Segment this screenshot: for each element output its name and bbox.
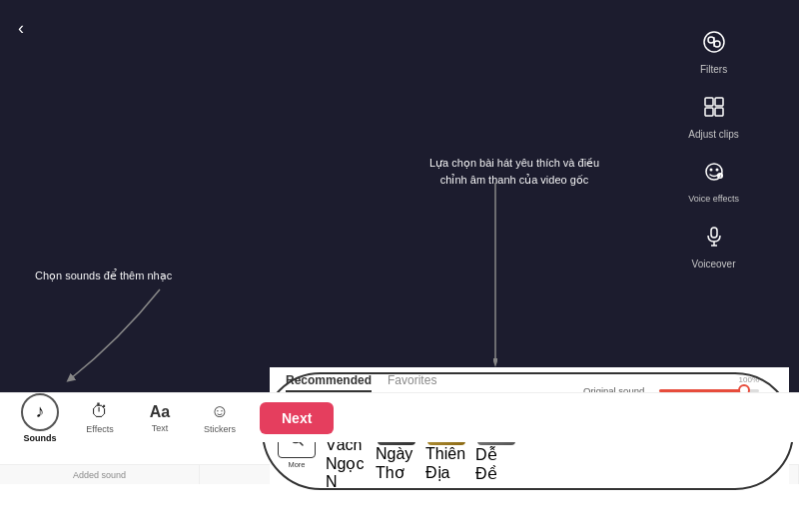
svg-point-9 bbox=[709, 169, 712, 172]
svg-rect-6 bbox=[705, 108, 713, 116]
sounds-label: Sounds bbox=[24, 433, 57, 443]
stickers-icon: ☺ bbox=[211, 401, 229, 422]
filters-icon bbox=[702, 30, 726, 60]
filters-label: Filters bbox=[700, 64, 727, 75]
toolbar-item-voice[interactable]: ♪ Voice effects bbox=[688, 160, 739, 205]
adjust-icon bbox=[702, 95, 726, 125]
voice-effects-icon: ♪ bbox=[702, 160, 726, 190]
music-more-label: More bbox=[288, 460, 305, 469]
svg-rect-13 bbox=[711, 228, 717, 238]
toolbar-item-adjust[interactable]: Adjust clips bbox=[688, 95, 739, 140]
adjust-label: Adjust clips bbox=[688, 129, 739, 140]
effects-icon: ⏱ bbox=[91, 401, 109, 422]
music-title-3: Thiên Địa bbox=[425, 445, 467, 482]
text-label: Text bbox=[152, 423, 169, 433]
annotation-arrow-2 bbox=[493, 183, 497, 367]
nav-text[interactable]: Aa Text bbox=[130, 403, 190, 433]
voiceover-label: Voiceover bbox=[692, 259, 736, 269]
bottom-panel: Recommended Favorites More bbox=[0, 392, 799, 532]
tab-recommended[interactable]: Recommended bbox=[286, 373, 372, 392]
svg-rect-5 bbox=[715, 98, 723, 106]
svg-rect-7 bbox=[715, 108, 723, 116]
stickers-label: Stickers bbox=[204, 424, 236, 434]
voice-effects-label: Voice effects bbox=[688, 194, 739, 205]
bottom-nav: ♪ Sounds ⏱ Effects Aa Text ☺ Stickers Ne… bbox=[0, 392, 799, 442]
sounds-icon: ♪ bbox=[36, 401, 45, 422]
back-button[interactable]: ‹ bbox=[18, 18, 24, 39]
right-toolbar: Filters Adjust clips bbox=[688, 30, 739, 269]
tab-favorites[interactable]: Favorites bbox=[388, 373, 436, 392]
annotation-volume: Lựa chọn bài hát yêu thích và điều chỉnh… bbox=[429, 155, 599, 188]
svg-point-1 bbox=[708, 37, 714, 43]
music-title-2: Ngày Thơ bbox=[376, 445, 417, 482]
svg-line-19 bbox=[300, 442, 304, 446]
sounds-circle: ♪ bbox=[21, 393, 59, 431]
annotation-arrow-1 bbox=[30, 279, 230, 399]
original-pct: 100% bbox=[583, 375, 759, 384]
svg-point-10 bbox=[715, 169, 718, 172]
music-title-1: Vách Ngọc N bbox=[326, 436, 368, 491]
toolbar-item-voiceover[interactable]: Voiceover bbox=[692, 225, 736, 269]
app-container: ‹ Filters bbox=[0, 0, 799, 532]
text-icon: Aa bbox=[150, 403, 170, 421]
svg-marker-17 bbox=[493, 358, 497, 367]
nav-sounds[interactable]: ♪ Sounds bbox=[10, 393, 70, 443]
nav-stickers[interactable]: ☺ Stickers bbox=[190, 401, 250, 434]
next-button[interactable]: Next bbox=[260, 402, 334, 434]
svg-rect-4 bbox=[705, 98, 713, 106]
annotation-sounds: Chọn sounds để thêm nhạc bbox=[35, 269, 172, 282]
svg-point-2 bbox=[714, 41, 720, 47]
music-title-4: Dễ Đề bbox=[475, 445, 517, 483]
strip-added-sound: Added sound bbox=[0, 465, 200, 484]
toolbar-item-filters[interactable]: Filters bbox=[700, 30, 727, 75]
effects-label: Effects bbox=[86, 424, 113, 434]
main-area: ‹ Filters bbox=[0, 0, 799, 392]
voiceover-icon bbox=[702, 225, 726, 255]
nav-effects[interactable]: ⏱ Effects bbox=[70, 401, 130, 434]
